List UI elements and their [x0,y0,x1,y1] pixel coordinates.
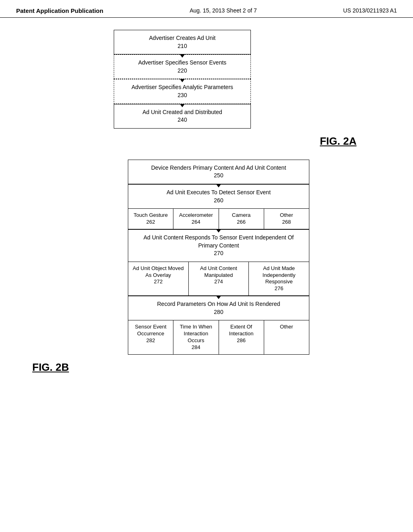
step-220-number: 220 [122,67,242,75]
step-230-text: Advertiser Specifies Analytic Parameters [122,83,242,91]
step-280-header-box: Record Parameters On How Ad Unit Is Rend… [128,296,309,320]
step-286-number: 286 [221,337,262,344]
step-270-text: Ad Unit Content Responds To Sensor Event… [136,234,301,249]
step-210-text: Advertiser Creates Ad Unit [122,34,242,42]
step-286-text: Extent Of Interaction [221,324,262,337]
step-270-header-box: Ad Unit Content Responds To Sensor Event… [128,229,309,262]
step-284-text: Time In When Interaction Occurs [175,324,217,344]
flowchart-2a: Advertiser Creates Ad Unit 210 Advertise… [114,30,251,129]
step-210-number: 210 [122,42,242,50]
step-282-number: 282 [130,337,171,344]
step-240-box: Ad Unit Created and Distributed 240 [114,104,251,129]
step-280-subtable: Sensor Event Occurrence 282 Time In When… [128,320,309,355]
fig2a-label: FIG. 2A [320,135,357,148]
step-250-box: Device Renders Primary Content And Ad Un… [128,160,309,184]
flowchart-2b: Device Renders Primary Content And Ad Un… [128,160,309,355]
step-270-subtable: Ad Unit Object Moved As Overlay 272 Ad U… [128,262,309,296]
step-266-number: 266 [221,219,262,226]
step-250-number: 250 [136,172,301,180]
step-288-cell: Other [264,320,309,354]
step-264-text: Accelerometer [175,212,217,219]
step-260-subtable: Touch Gesture 262 Accelerometer 264 Came… [128,209,309,229]
step-240-number: 240 [122,116,242,124]
step-272-cell: Ad Unit Object Moved As Overlay 272 [128,262,189,296]
step-220-text: Advertiser Specifies Sensor Events [122,59,242,67]
page-header: Patent Application Publication Aug. 15, … [0,0,413,18]
step-276-number: 276 [250,285,307,292]
header-left: Patent Application Publication [16,7,103,14]
fig2b-section: Device Renders Primary Content And Ad Un… [0,160,413,374]
step-276-cell: Ad Unit Made Independently Responsive 27… [249,262,309,296]
header-center: Aug. 15, 2013 Sheet 2 of 7 [190,7,257,14]
step-276-text: Ad Unit Made Independently Responsive [250,265,307,286]
step-262-text: Touch Gesture [130,212,171,219]
step-230-number: 230 [122,91,242,100]
step-280-text: Record Parameters On How Ad Unit Is Rend… [136,300,301,308]
step-280-number: 280 [136,308,301,316]
step-262-number: 262 [130,219,171,226]
fig2a-section: Advertiser Creates Ad Unit 210 Advertise… [0,30,413,152]
step-266-text: Camera [221,212,262,219]
step-240-text: Ad Unit Created and Distributed [122,108,242,116]
step-268-text: Other [266,212,307,219]
step-274-cell: Ad Unit Content Manipulated 274 [189,262,249,296]
step-220-box: Advertiser Specifies Sensor Events 220 [114,54,251,79]
date-sheet-label: Aug. 15, 2013 Sheet 2 of 7 [190,7,257,14]
step-286-cell: Extent Of Interaction 286 [219,320,264,354]
step-282-text: Sensor Event Occurrence [130,324,171,337]
step-250-text: Device Renders Primary Content And Ad Un… [136,164,301,172]
step-284-cell: Time In When Interaction Occurs 284 [173,320,219,354]
step-282-cell: Sensor Event Occurrence 282 [128,320,173,354]
step-272-text: Ad Unit Object Moved As Overlay [130,265,187,279]
step-264-number: 264 [175,219,217,226]
step-274-text: Ad Unit Content Manipulated [190,265,247,279]
step-268-number: 268 [266,219,307,226]
step-210-box: Advertiser Creates Ad Unit 210 [114,30,251,54]
step-264-cell: Accelerometer 264 [173,209,219,229]
step-260-text: Ad Unit Executes To Detect Sensor Event [136,189,301,197]
main-content: Advertiser Creates Ad Unit 210 Advertise… [0,18,413,374]
step-274-number: 274 [190,278,247,285]
header-right: US 2013/0211923 A1 [343,7,397,14]
step-260-header-box: Ad Unit Executes To Detect Sensor Event … [128,184,309,209]
step-230-box: Advertiser Specifies Analytic Parameters… [114,79,251,104]
patent-number-label: US 2013/0211923 A1 [343,7,397,14]
publication-label: Patent Application Publication [16,7,103,14]
step-268-cell: Other 268 [264,209,309,229]
step-272-number: 272 [130,278,187,285]
step-284-number: 284 [175,344,217,351]
step-260-number: 260 [136,197,301,205]
fig2b-label: FIG. 2B [32,361,69,374]
step-266-cell: Camera 266 [219,209,264,229]
step-270-number: 270 [136,249,301,258]
step-288-text: Other [266,324,307,330]
step-262-cell: Touch Gesture 262 [128,209,173,229]
